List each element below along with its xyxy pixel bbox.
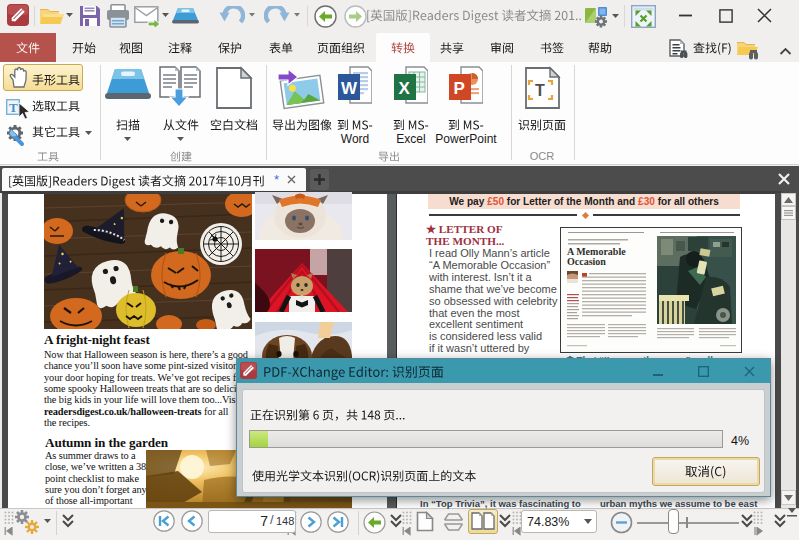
- svg-text:W: W: [341, 79, 358, 98]
- svg-text:P: P: [454, 79, 465, 98]
- svg-text:X: X: [399, 79, 411, 98]
- svg-text:Occasion: Occasion: [567, 256, 606, 267]
- svg-text:T: T: [9, 100, 18, 115]
- svg-text:T: T: [535, 82, 545, 99]
